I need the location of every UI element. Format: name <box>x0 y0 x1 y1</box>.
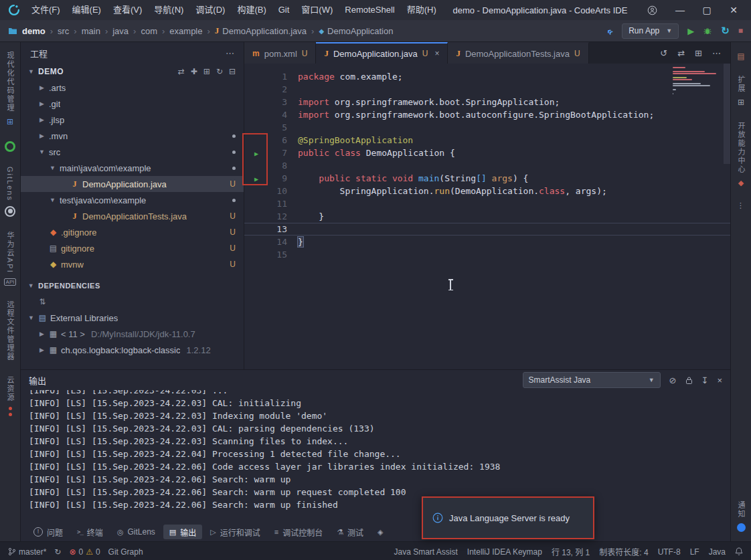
scroll-to-bottom-icon[interactable]: ↧ <box>701 375 709 385</box>
editor-tab[interactable]: JDemoApplication.javaU× <box>316 42 448 64</box>
breadcrumb-item[interactable]: src <box>58 26 69 36</box>
close-panel-icon[interactable]: × <box>717 375 722 385</box>
panel-tab[interactable]: ▤输出 <box>163 525 202 539</box>
minimize-button[interactable]: — <box>667 0 693 20</box>
rail-item[interactable]: ⋯ <box>737 202 746 211</box>
rail-item[interactable]: 华为云APIAPI <box>4 231 17 286</box>
rail-item[interactable]: 开放能力中心◆ <box>736 122 746 187</box>
sync-icon[interactable]: ⇄ <box>178 67 185 76</box>
rail-item[interactable]: 扩展⊞ <box>736 76 746 107</box>
rail-item[interactable]: 现代化代码管理⊞ <box>5 52 15 126</box>
breadcrumb-item[interactable]: java <box>112 26 129 36</box>
bell-icon[interactable] <box>735 547 743 556</box>
tree-row[interactable]: ◆.gitignoreU <box>21 224 244 240</box>
breadcrumb-item[interactable]: ◆DemoApplication <box>319 26 393 36</box>
tree-row[interactable]: ▼DEMO⇄✚⊞↻⊟ <box>21 64 244 80</box>
menu-item[interactable]: 文件(F) <box>25 0 66 20</box>
panel-tab[interactable]: ▷运行和调试 <box>204 525 266 539</box>
breadcrumb-item[interactable]: com <box>141 26 157 36</box>
collapse-arrows-icon[interactable]: « <box>604 25 616 37</box>
rail-item[interactable]: 云资源 <box>5 376 15 416</box>
output-log[interactable]: [INFO] [LS] [15.Sep.2023-24.22.03] ...[I… <box>21 390 730 523</box>
tree-row[interactable]: ⇅ <box>21 294 244 310</box>
rail-item[interactable]: ▤ <box>737 52 744 61</box>
collapse-all-icon[interactable]: ⊟ <box>229 67 236 76</box>
tree-row[interactable]: ▶.git <box>21 96 244 112</box>
editor-scrollbar[interactable] <box>724 64 730 164</box>
panel-tab[interactable]: ⚗测试 <box>331 525 369 539</box>
notification-toast[interactable]: Java Language Server is ready <box>422 496 594 539</box>
run-config-dropdown[interactable]: Run App ▼ <box>622 23 679 39</box>
status-item[interactable]: 行 13, 列 1 <box>552 546 590 557</box>
status-item[interactable]: Java <box>709 547 726 557</box>
menu-item[interactable]: 导航(N) <box>148 0 189 20</box>
new-folder-icon[interactable]: ⊞ <box>203 67 210 76</box>
tree-row[interactable]: ▶▦< 11 >D:/MyInstall/JDK/jdk-11.0.7 <box>21 326 244 342</box>
tree-row[interactable]: ▼src <box>21 144 244 160</box>
panel-tab[interactable]: ≡调试控制台 <box>268 525 329 539</box>
git-graph-item[interactable]: Git Graph <box>108 547 143 557</box>
menu-item[interactable]: 帮助(H) <box>401 0 442 20</box>
rail-item[interactable]: 通知 <box>736 501 746 532</box>
menu-item[interactable]: 构建(B) <box>231 0 272 20</box>
maximize-button[interactable]: ▢ <box>693 0 720 20</box>
status-item[interactable]: LF <box>690 547 699 557</box>
run-button[interactable]: ▶ <box>687 26 694 36</box>
tree-row[interactable]: ▶.arts <box>21 80 244 96</box>
git-branch-item[interactable]: master* <box>8 547 46 557</box>
refresh-icon[interactable]: ↻ <box>216 67 223 76</box>
menu-item[interactable]: 调试(D) <box>189 0 231 20</box>
clear-output-icon[interactable]: ⊘ <box>669 375 677 385</box>
stop-button[interactable]: ■ <box>738 26 743 35</box>
more-actions-icon[interactable]: ⋯ <box>712 48 721 58</box>
run-button[interactable]: ▶ <box>254 175 258 183</box>
panel-tab[interactable]: ◎GitLens <box>111 525 161 539</box>
tree-row[interactable]: ▼test\java\com\example <box>21 192 244 208</box>
tree-row[interactable]: ▶.jlsp <box>21 112 244 128</box>
status-item[interactable]: Java Smart Assist <box>394 547 457 557</box>
minimap[interactable] <box>673 66 720 97</box>
editor-tab[interactable]: JDemoApplicationTests.javaU <box>448 42 588 64</box>
breadcrumb-item[interactable]: main <box>82 26 100 36</box>
debug-button[interactable] <box>703 26 712 35</box>
breadcrumb-item[interactable]: example <box>169 26 202 36</box>
history-icon[interactable]: ↺ <box>660 48 667 58</box>
sync-icon[interactable]: ↻ <box>54 547 61 557</box>
tree-row[interactable]: ▤gitignoreU <box>21 240 244 256</box>
lock-scroll-icon[interactable] <box>685 376 693 385</box>
editor-tab[interactable]: mpom.xmlU <box>244 42 316 64</box>
close-button[interactable]: ✕ <box>720 0 747 20</box>
rail-item[interactable] <box>5 141 15 152</box>
rail-item[interactable]: 远程文件管理器 <box>5 300 15 361</box>
close-tab-icon[interactable]: × <box>434 49 439 58</box>
tree-row[interactable]: JDemoApplicationTests.javaU <box>21 208 244 224</box>
panel-tab[interactable]: ◈ <box>371 525 389 539</box>
split-editor-icon[interactable]: ⊞ <box>695 48 702 58</box>
menu-item[interactable]: 查看(V) <box>107 0 148 20</box>
status-item[interactable]: IntelliJ IDEA Keymap <box>467 547 542 557</box>
code-editor[interactable]: 1package com.example;23import org.spring… <box>244 64 730 369</box>
breadcrumb-item[interactable]: demo <box>22 26 46 36</box>
menu-item[interactable]: 窗口(W) <box>295 0 339 20</box>
menu-item[interactable]: 编辑(E) <box>66 0 107 20</box>
status-item[interactable]: UTF-8 <box>658 547 681 557</box>
new-file-icon[interactable]: ✚ <box>191 67 197 76</box>
more-actions-icon[interactable]: ⋯ <box>226 48 234 58</box>
tree-row[interactable]: ▶▦ch.qos.logback:logback-classic1.2.12 <box>21 342 244 358</box>
status-item[interactable]: 制表符长度: 4 <box>599 546 648 557</box>
run-button[interactable]: ▶ <box>254 150 258 157</box>
panel-tab[interactable]: !问题 <box>27 525 69 539</box>
menu-item[interactable]: RemoteShell <box>339 0 400 20</box>
rail-item[interactable]: GitLens <box>5 167 15 217</box>
tree-row[interactable]: ◆mvnwU <box>21 256 244 272</box>
problems-summary[interactable]: ⊗ 0 ⚠ 0 <box>69 547 100 557</box>
tree-row[interactable]: ▼▤External Libraries <box>21 310 244 326</box>
account-icon[interactable] <box>647 5 657 15</box>
compare-icon[interactable]: ⇄ <box>677 48 685 58</box>
menu-item[interactable]: Git <box>272 0 296 20</box>
tree-row[interactable]: ▼main\java\com\example <box>21 160 244 176</box>
restart-button[interactable]: ↻ <box>721 25 730 37</box>
dependencies-header[interactable]: ▼ DEPENDENCIES <box>21 278 244 294</box>
breadcrumb-item[interactable]: JDemoApplication.java <box>215 25 307 36</box>
panel-tab[interactable]: >_终端 <box>71 525 109 539</box>
